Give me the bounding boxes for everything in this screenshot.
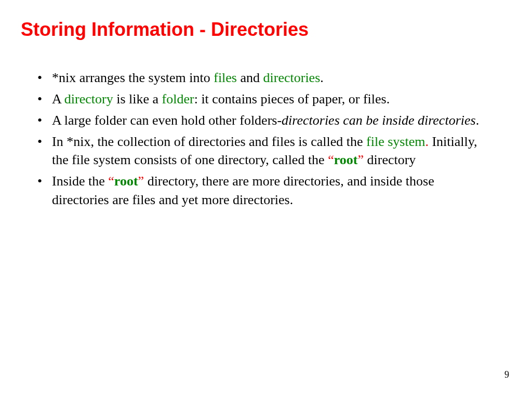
quote-open: “ — [328, 152, 334, 167]
text: . — [476, 113, 480, 128]
emphasis: directories can be inside directories — [282, 113, 476, 128]
keyword-directory: directory — [64, 91, 113, 107]
text: and — [237, 70, 263, 85]
bullet-item: A directory is like a folder: it contain… — [52, 90, 490, 108]
keyword-directories: directories — [263, 70, 321, 85]
keyword-root: root — [114, 174, 138, 189]
bullet-item: A large folder can even hold other folde… — [52, 111, 490, 129]
keyword-files: files — [214, 70, 237, 85]
text: A large folder can even hold other folde… — [52, 113, 282, 128]
text: In *nix, the collection of directories a… — [52, 134, 366, 149]
text: A — [52, 91, 64, 107]
text: : it contains pieces of paper, or files. — [194, 91, 390, 107]
quote-close: ” — [138, 174, 144, 189]
text: Inside the — [52, 174, 108, 189]
text: *nix arranges the system into — [52, 70, 214, 85]
keyword-root: root — [334, 152, 358, 167]
bullet-item: *nix arranges the system into files and … — [52, 69, 490, 87]
quote-close: ” — [357, 152, 364, 167]
slide-title: Storing Information - Directories — [21, 19, 511, 41]
page-number: 9 — [504, 369, 509, 380]
slide: Storing Information - Directories *nix a… — [0, 0, 532, 399]
bullet-item: In *nix, the collection of directories a… — [52, 132, 490, 169]
bullet-list: *nix arranges the system into files and … — [21, 69, 511, 209]
keyword-folder: folder — [162, 91, 194, 107]
text: is like a — [113, 91, 162, 107]
text: . — [320, 70, 324, 85]
text: directory — [364, 152, 416, 167]
bullet-item: Inside the “root” directory, there are m… — [52, 172, 490, 208]
keyword-file-system: file system — [366, 134, 425, 149]
quote-open: “ — [108, 174, 114, 189]
